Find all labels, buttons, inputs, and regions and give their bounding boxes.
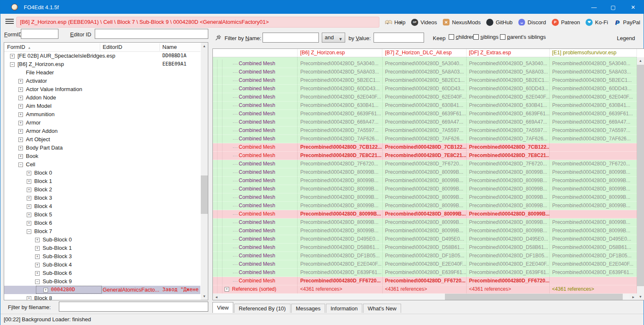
tree-item[interactable]: +Aim Model: [4, 102, 200, 110]
expand-icon[interactable]: +: [35, 254, 40, 259]
value-cell[interactable]: Precombined\0004280D_D495E0...: [550, 235, 637, 243]
value-cell[interactable]: Precombined\0004280D_E639F61...: [298, 269, 382, 277]
filter-name-input[interactable]: [263, 33, 319, 43]
field-name-cell[interactable]: Combined Mesh: [213, 160, 298, 168]
value-cell[interactable]: Precombined\0004280D_60DD43...: [298, 85, 382, 93]
field-name-cell[interactable]: Combined Mesh: [213, 68, 298, 76]
table-row[interactable]: Combined MeshPrecombined\0004280D_62E040…: [213, 93, 637, 102]
value-cell[interactable]: Precombined\0004280D_5B2EC1...: [298, 76, 382, 84]
expand-icon[interactable]: +: [18, 87, 23, 92]
field-name-cell[interactable]: Combined Mesh: [213, 76, 298, 84]
tree-item[interactable]: +Body Part Data: [4, 144, 200, 152]
table-row[interactable]: Combined MeshPrecombined\0004280D_7A5597…: [213, 127, 637, 135]
toolbar-link-ko-fi[interactable]: ❤Ko-Fi: [586, 18, 608, 26]
minimize-button[interactable]: —: [584, 0, 604, 14]
scroll-up-icon[interactable]: ▲: [201, 43, 208, 50]
tab-view[interactable]: View: [212, 302, 233, 313]
value-cell[interactable]: Precombined\0004280D_80099B...: [298, 218, 382, 226]
expand-icon[interactable]: +: [27, 179, 31, 184]
expand-icon[interactable]: +: [225, 287, 229, 292]
value-cell[interactable]: Precombined\0004280D_6639F61...: [383, 110, 467, 118]
table-row[interactable]: Combined MeshPrecombined\0004280D_DF1B05…: [213, 252, 637, 260]
value-cell[interactable]: Precombined\0004280D_62E040F...: [467, 93, 550, 101]
value-cell[interactable]: Precombined\0004280D_669A47...: [550, 118, 637, 126]
table-row[interactable]: Combined MeshPrecombined\0004280D_5A3040…: [213, 60, 637, 68]
value-cell[interactable]: Precombined\0004280D_7A5597...: [298, 127, 382, 135]
tree-item[interactable]: +Actor Value Information: [4, 85, 200, 94]
value-cell[interactable]: Precombined\0004280D_80099B...: [550, 185, 637, 193]
value-cell[interactable]: Precombined\0004280D_80099B...: [298, 168, 382, 176]
value-cell[interactable]: Precombined\0004280D_80099B...: [298, 202, 382, 210]
column-header-plugin[interactable]: [B7] Z_Horizon_DLC_All.esp: [382, 49, 466, 57]
tree-item[interactable]: −Sub-Block 9: [4, 277, 200, 286]
table-row[interactable]: Combined MeshPrecombined\0004280D_D58B61…: [213, 244, 637, 252]
tree-vertical-scrollbar[interactable]: ▲ ▼: [201, 43, 208, 300]
value-cell[interactable]: Precombined\0004280D_80099B...: [383, 177, 467, 185]
field-name-cell[interactable]: Combined Mesh: [213, 244, 298, 251]
field-name-cell[interactable]: Combined Mesh: [213, 177, 298, 185]
value-cell[interactable]: Precombined\0004280D_7F6720...: [383, 160, 467, 168]
tree-item[interactable]: +Block 3: [4, 194, 200, 202]
value-cell[interactable]: Precombined\0004280D_7A5597...: [550, 127, 637, 135]
value-cell[interactable]: Precombined\0004280D_5A8A03...: [298, 68, 382, 76]
value-cell[interactable]: Precombined\0004280D_60DD43...: [550, 85, 637, 93]
field-name-cell[interactable]: Combined Mesh: [213, 193, 298, 201]
field-name-cell[interactable]: Combined Mesh: [213, 185, 298, 193]
value-cell[interactable]: Precombined\0004280D_80099B...: [383, 210, 467, 218]
value-cell[interactable]: Precombined\0004280D_7E8C21...: [298, 152, 382, 160]
expand-icon[interactable]: +: [27, 204, 31, 209]
value-cell[interactable]: Precombined\0004280D_5B2EC1...: [383, 76, 467, 84]
tree-item[interactable]: +Block 5: [4, 211, 200, 219]
expand-icon[interactable]: +: [18, 112, 23, 117]
references-row[interactable]: +References (sorted)<4361 references><43…: [213, 285, 637, 294]
table-vertical-scrollbar[interactable]: ▲ ▼: [637, 57, 644, 300]
field-name-cell[interactable]: Combined Mesh: [213, 93, 298, 101]
tree-item[interactable]: −[B6] Z_Horizon.espEEBE09A1: [4, 60, 200, 69]
tree-item[interactable]: +Book: [4, 152, 200, 160]
value-cell[interactable]: Precombined\0004280D_80099B...: [550, 202, 637, 210]
tree-item[interactable]: +Ammunition: [4, 110, 200, 119]
value-cell[interactable]: Precombined\0004280D_5B2EC1...: [550, 76, 637, 84]
pin-icon[interactable]: [215, 34, 222, 41]
value-cell[interactable]: Precombined\0004280D_80099B...: [467, 218, 550, 226]
value-cell[interactable]: Precombined\0004280D_630B41...: [298, 102, 382, 109]
field-name-cell[interactable]: Combined Mesh: [213, 227, 298, 235]
tree-item[interactable]: +Sub-Block 6: [4, 269, 200, 277]
value-cell[interactable]: Precombined\0004280D_80099B...: [383, 218, 467, 226]
filter-filename-input[interactable]: [59, 302, 208, 312]
expand-icon[interactable]: +: [43, 288, 48, 292]
table-row[interactable]: Combined MeshPrecombined\0004280D_E2E040…: [213, 260, 637, 269]
value-cell[interactable]: Precombined\0004280D_DF1B05...: [550, 252, 637, 260]
value-cell[interactable]: Precombined\0004280D_630B41...: [383, 102, 467, 109]
value-cell[interactable]: <4361 references>: [383, 285, 467, 293]
field-name-cell[interactable]: Combined Mesh: [213, 277, 298, 285]
value-cell[interactable]: Precombined\0004280D_5A3040...: [298, 60, 382, 68]
value-cell[interactable]: Precombined\0004280D_7E8C21...: [467, 152, 550, 160]
expand-icon[interactable]: +: [35, 271, 40, 276]
field-name-cell[interactable]: Combined Mesh: [213, 252, 298, 260]
collapse-icon[interactable]: −: [10, 62, 15, 67]
value-cell[interactable]: Precombined\0004280D_62E040F...: [550, 93, 637, 101]
field-name-cell[interactable]: Combined Mesh: [213, 218, 298, 226]
column-header-plugin[interactable]: [DF] Z_Extras.esp: [467, 49, 550, 57]
value-cell[interactable]: Precombined\0004280D_FF6720...: [467, 277, 550, 285]
value-cell[interactable]: Precombined\0004280D_80099B...: [467, 210, 550, 218]
field-name-cell[interactable]: Combined Mesh: [213, 210, 298, 218]
expand-icon[interactable]: +: [27, 171, 31, 175]
formid-input[interactable]: [21, 29, 58, 39]
value-cell[interactable]: Precombined\0004280D_80099B...: [550, 193, 637, 201]
toolbar-link-nexusmods[interactable]: ✕NexusMods: [442, 18, 481, 26]
column-header-plugin[interactable]: [E1] problemsofsurvivor.esp: [550, 49, 637, 57]
value-cell[interactable]: Precombined\0004280D_DF1B05...: [383, 252, 467, 260]
value-cell[interactable]: [550, 210, 637, 218]
tree-item[interactable]: +Sub-Block 3: [4, 252, 200, 261]
value-cell[interactable]: Precombined\0004280D_80099B...: [550, 177, 637, 185]
keep-children-checkbox[interactable]: children: [449, 34, 475, 40]
tree-item[interactable]: +Art Object: [4, 135, 200, 144]
value-cell[interactable]: Precombined\0004280D_FF6720...: [298, 277, 382, 285]
collapse-icon[interactable]: −: [27, 229, 31, 234]
column-header-plugin[interactable]: [B6] Z_Horizon.esp: [298, 49, 382, 57]
field-name-cell[interactable]: Combined Mesh: [213, 168, 298, 176]
tree-item[interactable]: +Armor Addon: [4, 127, 200, 135]
value-cell[interactable]: Precombined\0004280D_80099B...: [550, 218, 637, 226]
